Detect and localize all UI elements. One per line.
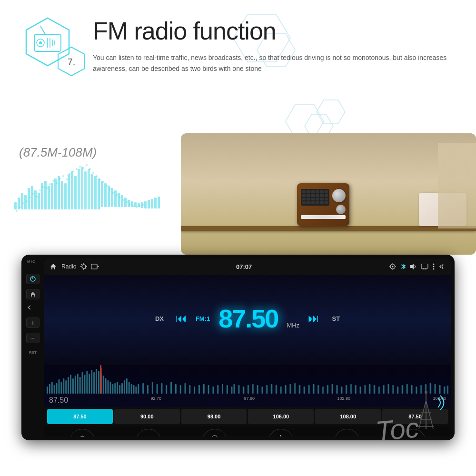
preset-1[interactable]: 87.50: [47, 409, 113, 424]
svg-rect-18: [21, 193, 23, 209]
svg-rect-22: [34, 190, 37, 209]
svg-rect-32: [68, 174, 70, 209]
svg-rect-26: [48, 186, 50, 209]
frequency-range-label: (87.5M-108M): [19, 145, 97, 160]
svg-rect-143: [86, 371, 88, 394]
svg-point-64: [29, 197, 31, 198]
svg-rect-36: [81, 167, 83, 209]
svg-rect-206: [322, 387, 324, 394]
svg-rect-29: [58, 176, 60, 209]
svg-rect-223: [402, 385, 403, 394]
svg-rect-163: [133, 385, 135, 394]
svg-rect-138: [75, 376, 76, 394]
svg-rect-203: [308, 385, 310, 394]
svg-rect-181: [212, 387, 214, 394]
svg-rect-200: [294, 383, 296, 394]
svg-rect-208: [332, 384, 333, 394]
volume-icon: [410, 263, 417, 270]
spectrum-analyzer: 87.50 92.70 97.80 102.90 108.00: [44, 365, 451, 407]
svg-rect-183: [222, 384, 223, 394]
svg-rect-142: [84, 375, 85, 394]
status-bar: Radio 07:07: [44, 258, 451, 275]
svg-rect-145: [91, 370, 92, 394]
vol-down-button[interactable]: −: [26, 333, 40, 343]
svg-point-77: [72, 170, 74, 172]
svg-rect-141: [82, 372, 83, 394]
next-station-button[interactable]: ⏭: [308, 313, 319, 324]
svg-rect-219: [383, 385, 385, 394]
svg-rect-146: [93, 372, 95, 394]
svg-rect-33: [71, 171, 73, 209]
ps-button[interactable]: PS: [136, 429, 161, 436]
svg-rect-207: [327, 385, 328, 394]
svg-rect-187: [234, 384, 235, 394]
svg-rect-40: [94, 176, 97, 209]
preset-3[interactable]: 98.00: [181, 409, 247, 424]
svg-rect-127: [49, 384, 50, 394]
band-button[interactable]: BAND: [202, 429, 228, 436]
svg-rect-218: [378, 387, 380, 394]
svg-point-66: [36, 196, 38, 198]
preset-4[interactable]: 106.00: [248, 409, 314, 424]
back-arrow-icon: [438, 263, 446, 270]
description-text: You can listen to real-time traffic, new…: [93, 52, 447, 74]
svg-rect-217: [374, 385, 375, 394]
svg-point-65: [32, 193, 34, 195]
back-button[interactable]: [26, 304, 40, 313]
svg-point-69: [46, 187, 48, 189]
svg-rect-41: [98, 178, 100, 209]
svg-rect-129: [54, 385, 55, 394]
app-label: Radio: [61, 263, 76, 270]
svg-rect-161: [129, 382, 130, 394]
svg-rect-194: [266, 385, 268, 394]
svg-rect-48: [121, 195, 123, 207]
prev-station-button[interactable]: ⏮: [176, 313, 187, 324]
car-radio-unit: MIC + − RST Radio: [21, 255, 455, 440]
svg-rect-191: [252, 384, 254, 394]
svg-point-70: [49, 183, 51, 185]
menu-icon: [433, 263, 435, 270]
top-section: 7. FM radio function You can listen to r…: [10, 10, 466, 143]
svg-rect-140: [79, 377, 81, 394]
svg-rect-43: [104, 183, 107, 207]
svg-point-91: [119, 197, 121, 198]
svg-line-109: [86, 268, 87, 269]
svg-rect-169: [157, 384, 158, 394]
svg-rect-55: [144, 201, 147, 208]
loc-button[interactable]: LOC: [334, 429, 360, 436]
preset-5[interactable]: 108.00: [315, 409, 381, 424]
svg-rect-137: [72, 378, 74, 394]
svg-rect-164: [135, 387, 137, 394]
freq-marker-3: 97.80: [244, 396, 255, 405]
svg-rect-126: [47, 387, 48, 394]
loc-icon: [342, 435, 352, 437]
svg-rect-148: [98, 371, 99, 394]
svg-rect-34: [74, 176, 77, 209]
svg-point-67: [39, 189, 41, 191]
middle-section: (87.5M-108M): [0, 133, 476, 262]
svg-rect-224: [407, 384, 408, 394]
radio-display-area: DX ⏮ FM:1 87.50 MHz ⏭ ST: [44, 275, 451, 365]
svg-rect-212: [350, 384, 352, 394]
svg-rect-155: [114, 383, 116, 394]
svg-point-79: [79, 166, 81, 168]
svg-rect-20: [28, 188, 30, 209]
st-button[interactable]: ST: [268, 429, 294, 436]
svg-rect-132: [60, 382, 62, 394]
power-button[interactable]: [26, 274, 40, 284]
hex-icon-container: 7.: [19, 14, 81, 76]
gps-icon: [389, 263, 397, 270]
ams-button[interactable]: AMS: [69, 429, 95, 436]
svg-marker-102: [50, 264, 56, 269]
vol-up-button[interactable]: +: [26, 317, 40, 328]
svg-point-60: [16, 210, 18, 212]
svg-point-96: [136, 206, 138, 208]
freq-marker-4: 102.90: [337, 396, 350, 405]
svg-line-254: [426, 400, 433, 429]
home-button[interactable]: [26, 289, 40, 299]
svg-point-80: [82, 167, 84, 169]
svg-rect-213: [355, 385, 357, 394]
preset-2[interactable]: 90.00: [114, 409, 180, 424]
svg-point-123: [433, 264, 435, 265]
svg-rect-30: [61, 181, 63, 209]
